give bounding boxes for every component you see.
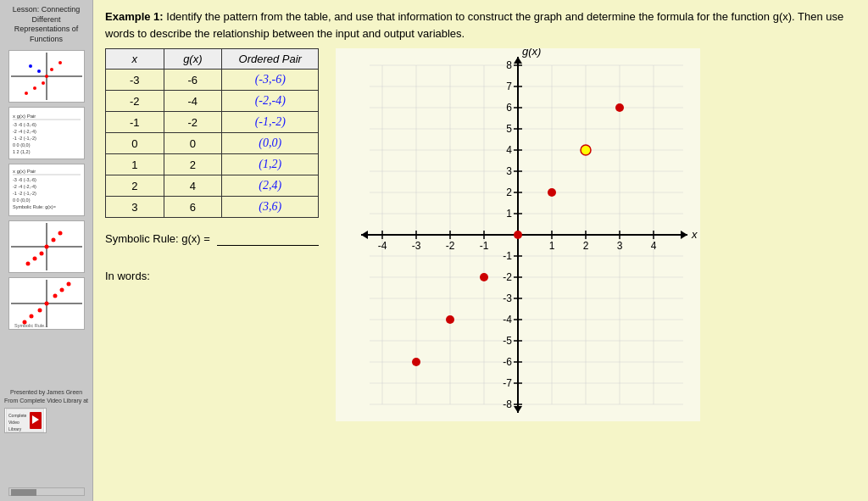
svg-text:3: 3 [617, 240, 623, 252]
svg-text:-2  -4  (-2,-4): -2 -4 (-2,-4) [13, 184, 36, 189]
col-header-gx: g(x) [164, 49, 222, 70]
point-3-6 [615, 103, 624, 112]
svg-point-30 [25, 261, 30, 265]
svg-text:1: 1 [549, 240, 555, 252]
table-cell-x-4: 1 [106, 154, 164, 175]
svg-point-9 [29, 64, 32, 68]
example-text: Identify the pattern from the table, and… [105, 10, 843, 40]
table-cell-x-1: -2 [106, 91, 164, 112]
example-label: Example 1: [105, 10, 164, 23]
svg-text:-7: -7 [504, 377, 513, 389]
sidebar-scroll-thumb[interactable] [11, 489, 36, 496]
sidebar-title: Lesson: Connecting Different Representat… [3, 5, 89, 45]
svg-point-42 [44, 301, 48, 305]
svg-text:-1  -2  (-1,-2): -1 -2 (-1,-2) [13, 191, 36, 196]
table-cell-pair-2: (-1,-2) [222, 112, 319, 133]
symbolic-rule-label: Symbolic Rule: g(x) = [105, 232, 210, 245]
svg-text:4: 4 [651, 240, 657, 252]
svg-text:8: 8 [507, 59, 513, 71]
sidebar-credit1: Presented by James Green [4, 388, 88, 397]
svg-text:Symbolic Rule: g(x)=: Symbolic Rule: g(x)= [13, 204, 56, 209]
svg-text:-8: -8 [504, 398, 513, 410]
svg-point-3 [25, 92, 28, 95]
table-cell-pair-4: (1,2) [222, 154, 319, 175]
svg-text:-3: -3 [412, 240, 421, 252]
svg-point-8 [58, 61, 62, 64]
svg-text:4: 4 [507, 144, 513, 156]
graph-section: -4 -3 -2 -1 1 2 3 4 [336, 48, 856, 421]
table-cell-x-0: -3 [106, 70, 164, 91]
y-axis-label: g(x) [522, 48, 541, 58]
svg-point-35 [58, 231, 62, 235]
x-axis-label: x [691, 228, 698, 241]
table-section: x g(x) Ordered Pair -3-6(-3,-6)-2-4(-2,-… [105, 48, 319, 421]
table-cell-gx-2: -2 [164, 112, 222, 133]
table-cell-x-3: 0 [106, 133, 164, 154]
svg-text:5: 5 [507, 123, 513, 135]
svg-text:-4: -4 [378, 240, 387, 252]
svg-text:0   0  (0,0): 0 0 (0,0) [13, 198, 31, 203]
point-1-2 [548, 188, 556, 197]
svg-text:1: 1 [507, 208, 513, 220]
svg-point-41 [37, 308, 42, 312]
svg-point-43 [53, 293, 57, 298]
svg-point-6 [45, 75, 48, 78]
svg-text:-5: -5 [504, 335, 513, 347]
svg-point-44 [59, 287, 64, 292]
svg-text:-3  -6  (-3,-6): -3 -6 (-3,-6) [13, 122, 36, 127]
table-cell-gx-0: -6 [164, 70, 222, 91]
sidebar-scrollbar[interactable] [8, 487, 85, 496]
sidebar-logo: Complete Video Library [4, 408, 47, 433]
sidebar-bottom: Presented by James Green From Complete V… [4, 388, 88, 433]
table-cell-gx-6: 6 [164, 197, 222, 218]
svg-point-4 [33, 86, 36, 90]
table-cell-gx-1: -4 [164, 91, 222, 112]
svg-text:2: 2 [583, 240, 589, 252]
sidebar-thumb-5[interactable]: Symbolic Rule... [8, 277, 85, 330]
point-neg2-neg4 [446, 315, 454, 324]
point-neg1-neg2 [480, 273, 488, 281]
table-cell-x-2: -1 [106, 112, 164, 133]
svg-point-10 [37, 70, 41, 73]
svg-text:Symbolic Rule...: Symbolic Rule... [14, 323, 48, 328]
svg-text:6: 6 [507, 102, 513, 114]
sidebar-thumb-2[interactable]: x g(x) Pair -3 -6 (-3,-6) -2 -4 (-2,-4) … [8, 107, 85, 159]
svg-text:-1: -1 [480, 240, 489, 252]
svg-text:Video: Video [8, 420, 19, 425]
svg-text:-3: -3 [504, 292, 513, 304]
sidebar-credit2: From Complete Video Library at [4, 397, 88, 405]
svg-text:3: 3 [507, 165, 513, 177]
svg-text:Complete: Complete [8, 413, 27, 418]
sidebar-thumb-3[interactable]: x g(x) Pair -3 -6 (-3,-6) -2 -4 (-2,-4) … [8, 164, 85, 216]
rule-line [217, 230, 319, 246]
svg-point-31 [32, 256, 36, 260]
table-cell-x-6: 3 [106, 197, 164, 218]
svg-text:-1  -2  (-1,-2): -1 -2 (-1,-2) [13, 136, 36, 141]
svg-text:x  g(x)  Pair: x g(x) Pair [13, 169, 36, 174]
svg-text:-1: -1 [504, 250, 513, 262]
svg-text:-2  -4  (-2,-4): -2 -4 (-2,-4) [13, 129, 36, 134]
svg-text:-4: -4 [504, 314, 513, 326]
svg-text:-2: -2 [504, 271, 513, 283]
sidebar-thumb-4[interactable] [8, 220, 85, 273]
in-words: In words: [105, 270, 319, 282]
data-table: x g(x) Ordered Pair -3-6(-3,-6)-2-4(-2,-… [105, 48, 319, 218]
sidebar: Lesson: Connecting Different Representat… [0, 0, 93, 501]
svg-point-5 [42, 81, 45, 85]
svg-text:-2: -2 [446, 240, 455, 252]
svg-text:Library: Library [8, 426, 22, 431]
svg-point-34 [51, 237, 55, 242]
point-neg3-neg6 [412, 358, 420, 366]
sidebar-thumb-1[interactable] [8, 50, 85, 103]
table-cell-pair-6: (3,6) [222, 197, 319, 218]
table-cell-x-5: 2 [106, 175, 164, 197]
table-cell-gx-5: 4 [164, 175, 222, 197]
svg-point-45 [66, 281, 70, 286]
example-title: Example 1: Identify the pattern from the… [105, 8, 856, 42]
svg-text:0   0  (0,0): 0 0 (0,0) [13, 142, 31, 148]
table-cell-pair-5: (2,4) [222, 175, 319, 197]
svg-point-32 [39, 251, 43, 255]
point-2-4-highlighted [581, 145, 591, 155]
table-cell-gx-3: 0 [164, 133, 222, 154]
point-0-0 [514, 231, 522, 239]
